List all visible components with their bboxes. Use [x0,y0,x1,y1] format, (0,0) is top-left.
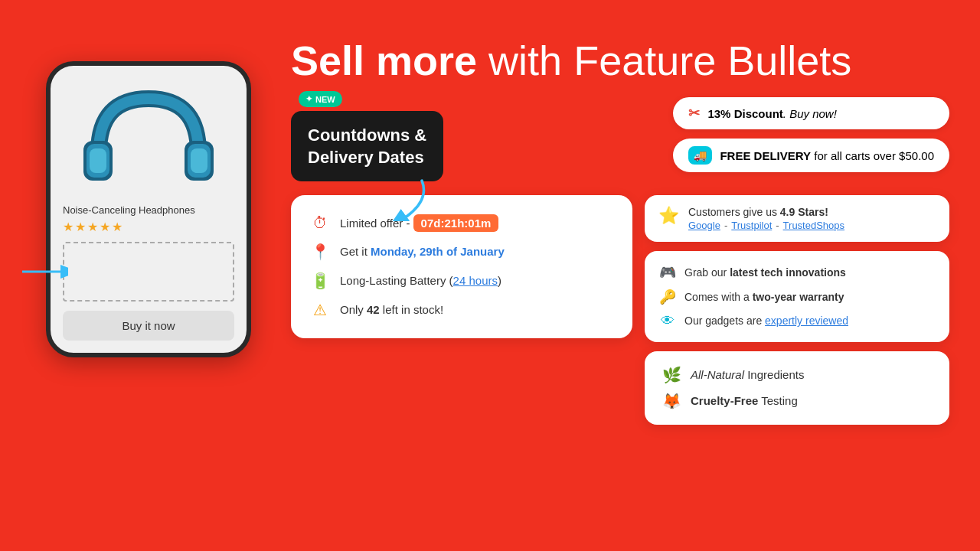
buy-button[interactable]: Buy it now [63,311,234,341]
delivery-date: Monday, 29th of January [371,245,505,258]
eye-icon: 👁 [658,313,677,329]
bullet-item-3: 🔋 Long-Lasting Battery (24 hours) [309,266,614,295]
headline-bold: Sell more [291,37,477,83]
right-content: Sell more with Feature Bullets ✦ NEW Cou… [291,38,949,425]
bullet-item-1: ⏱ Limited offer - 07d:21h:01m [309,209,614,237]
timer-icon: ⏱ [309,214,331,232]
delivery-text: FREE DELIVERY for all carts over $50.00 [720,149,934,162]
mini-bullet-3: 👁 Our gadgets are expertly reviewed [658,309,936,333]
product-image [72,80,225,198]
bullet-3-text: Long-Lasting Battery (24 hours) [340,274,501,287]
star-3: ★ [87,220,98,234]
feature-bullets-area [63,242,234,302]
product-stars: ★ ★ ★ ★ ★ [63,220,234,234]
warning-icon: ⚠ [309,301,331,319]
fox-icon: 🦊 [662,392,681,410]
stock-count: 42 [367,303,380,316]
tooltip-box: Countdowns & Delivery Dates [291,111,443,181]
natural-item-2: 🦊 Cruelty-Free Testing [662,388,933,414]
mini-bullet-2: 🔑 Comes with a two-year warranty [658,285,936,309]
bullet-2-text: Get it Monday, 29th of January [340,245,505,258]
discount-pill: ✂ 13% Discount. Buy now! [673,97,949,129]
natural-item-1: 🌿 All-Natural Ingredients [662,362,933,388]
star-5: ★ [112,220,122,234]
product-name: Noise-Canceling Headphones [63,204,234,216]
delivery-pill: 🚚 FREE DELIVERY for all carts over $50.0… [673,139,949,172]
sep-1: - [724,220,727,231]
star-4: ★ [100,220,110,234]
star-1: ★ [63,220,74,234]
headline: Sell more with Feature Bullets [291,38,949,83]
stars-text: Customers give us 4.9 Stars! [688,206,844,218]
star-icon: ⭐ [658,206,679,226]
truck-icon: 🚚 [688,146,712,165]
sparkle-icon: ✦ [305,94,312,104]
review-links: Google - Trustpilot - TrustedShops [688,220,844,231]
trustpilot-link[interactable]: Trustpilot [731,220,772,231]
leaf-icon: 🌿 [662,366,681,384]
bullet-item-2: 📍 Get it Monday, 29th of January [309,237,614,266]
new-badge: ✦ NEW [299,91,342,107]
all-natural-text: All-Natural [691,368,744,381]
bullet-item-4: ⚠ Only 42 left in stock! [309,295,614,324]
discount-icon: ✂ [688,105,700,122]
new-label: NEW [315,95,335,104]
bullet-4-text: Only 42 left in stock! [340,303,443,316]
location-icon: 📍 [309,243,331,261]
svg-rect-5 [191,148,207,173]
phone-mockup: Noise-Canceling Headphones ★ ★ ★ ★ ★ Buy… [46,61,251,357]
bullets-card: ⏱ Limited offer - 07d:21h:01m 📍 Get it M… [291,195,632,338]
natural-card: 🌿 All-Natural Ingredients 🦊 Cruelty-Free… [645,351,949,425]
key-icon: 🔑 [658,289,677,305]
svg-rect-2 [90,148,106,173]
tooltip-line1: Countdowns & [308,126,426,145]
mini-bullet-1: 🎮 Grab our latest tech innovations [658,260,936,285]
mini-bullets-card: 🎮 Grab our latest tech innovations 🔑 Com… [645,251,949,342]
sep-2: - [776,220,779,231]
battery-icon: 🔋 [309,272,331,290]
stars-card: ⭐ Customers give us 4.9 Stars! Google - … [645,195,949,242]
trustedshops-link[interactable]: TrustedShops [783,220,844,231]
tooltip-line2: Delivery Dates [308,148,424,167]
discount-text: 13% Discount. Buy now! [707,107,836,120]
gamepad-icon: 🎮 [658,264,677,281]
expertly-reviewed-link[interactable]: expertly reviewed [765,315,848,327]
cruelty-free-text: Cruelty-Free [691,394,758,407]
tooltip-area: ✦ NEW Countdowns & Delivery Dates [291,97,443,181]
google-link[interactable]: Google [688,220,720,231]
headline-rest: with Feature Bullets [477,37,851,83]
star-2: ★ [75,220,86,234]
battery-link[interactable]: 24 hours [453,274,498,287]
